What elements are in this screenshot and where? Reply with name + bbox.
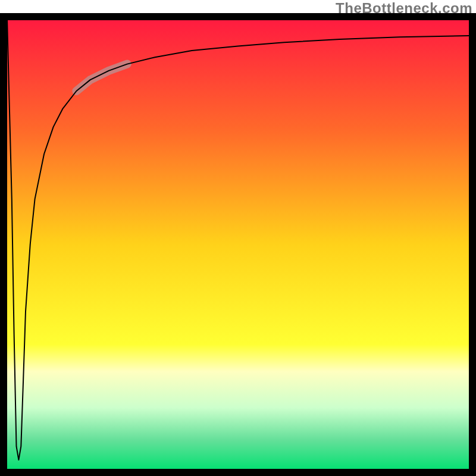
plot-background — [5, 18, 471, 471]
watermark-text: TheBottleneck.com — [336, 0, 472, 17]
bottleneck-chart — [0, 0, 476, 476]
